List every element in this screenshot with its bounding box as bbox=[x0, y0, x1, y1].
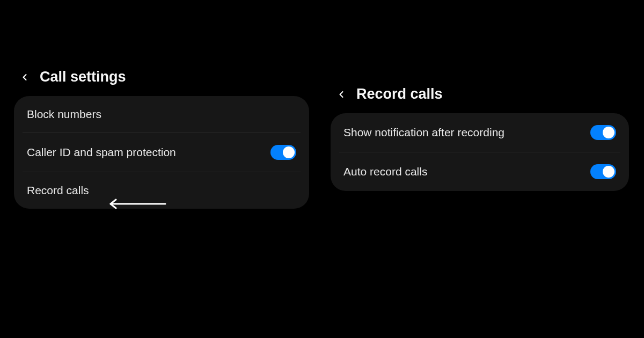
toggle-knob bbox=[603, 166, 614, 178]
block-numbers-row[interactable]: Block numbers bbox=[14, 96, 309, 133]
back-icon[interactable] bbox=[335, 88, 348, 101]
toggle-knob bbox=[603, 127, 614, 138]
auto-record-toggle[interactable] bbox=[590, 164, 616, 179]
caller-id-toggle[interactable] bbox=[270, 145, 296, 160]
settings-card: Block numbers Caller ID and spam protect… bbox=[14, 96, 309, 209]
show-notification-toggle[interactable] bbox=[590, 125, 616, 140]
caller-id-spam-row[interactable]: Caller ID and spam protection bbox=[14, 133, 309, 172]
arrow-annotation-icon bbox=[107, 199, 166, 209]
show-notification-row[interactable]: Show notification after recording bbox=[331, 113, 629, 152]
row-label: Auto record calls bbox=[343, 165, 427, 178]
call-settings-header: Call settings bbox=[14, 69, 309, 96]
row-label: Caller ID and spam protection bbox=[27, 146, 176, 159]
auto-record-row[interactable]: Auto record calls bbox=[331, 152, 629, 191]
toggle-knob bbox=[283, 146, 295, 158]
call-settings-panel: Call settings Block numbers Caller ID an… bbox=[14, 69, 309, 209]
page-title: Call settings bbox=[40, 69, 126, 85]
record-calls-panel: Record calls Show notification after rec… bbox=[331, 86, 629, 191]
row-label: Show notification after recording bbox=[343, 126, 504, 139]
row-label: Block numbers bbox=[27, 108, 101, 121]
record-calls-header: Record calls bbox=[331, 86, 629, 113]
page-title: Record calls bbox=[356, 86, 443, 102]
settings-card: Show notification after recording Auto r… bbox=[331, 113, 629, 191]
row-label: Record calls bbox=[27, 184, 89, 197]
back-icon[interactable] bbox=[18, 71, 31, 84]
